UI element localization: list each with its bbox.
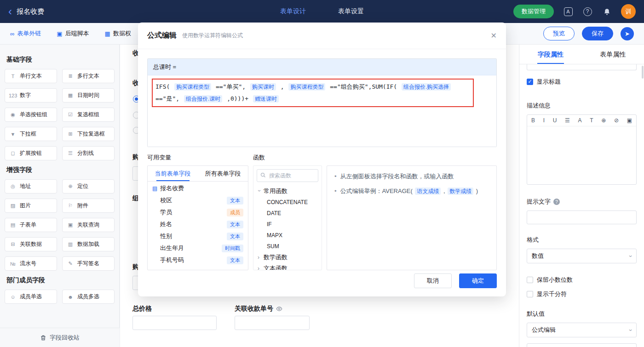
toolbar-link[interactable]: ▣ 后端脚本 [57,29,89,38]
field-type-button[interactable]: ⚐ 附件 [62,199,115,213]
field-type-button[interactable]: ⊞ 下拉复选框 [62,127,115,141]
formula-input-area[interactable]: IFS( 购买课程类型 =="单买", 购买课时 , 购买课程类型 =="组合购… [148,75,496,147]
field-type-button[interactable]: ▣ 关联查询 [62,218,115,232]
cancel-button[interactable]: 取消 [414,273,452,288]
formula-segment[interactable]: 购买课时 [250,83,276,91]
field-type-button[interactable]: ▨ 图片 [5,199,57,213]
formula-segment[interactable]: IFS( [155,83,173,90]
save-button[interactable]: 保存 [582,27,613,40]
format-select[interactable]: 数值 › [527,249,637,263]
help-example: 公式编辑举例：AVERAGE( 语文成绩 , 数学成绩 ) [334,186,489,196]
description-editor[interactable]: B I U ☰ A T ⊕ ⊘ ▣ [527,114,637,185]
function-list-item[interactable]: › DATE [257,208,318,219]
field-type-button[interactable]: ☻ 成员多选 [62,290,115,304]
formula-segment[interactable]: =="是", [155,95,183,102]
toolbar-link[interactable]: ▦ 数据权 [105,29,131,38]
field-name-input-partial[interactable] [527,64,637,70]
panel-scrollbar[interactable] [642,66,644,79]
properties-tab[interactable]: 表单属性 [582,45,644,64]
function-search-input[interactable] [257,169,318,182]
formula-segment[interactable]: =="单买", [216,83,249,90]
confirm-button[interactable]: 确定 [459,273,497,288]
unlink-icon[interactable]: ⊘ [614,117,619,124]
default-value-select[interactable]: 公式编辑 › [527,323,637,337]
field-type-icon: ◉ [9,112,17,118]
font-size-icon[interactable]: T [590,117,593,124]
variable-tab[interactable]: 当前表单字段 [148,166,198,181]
help-icon[interactable]: ? [582,6,592,17]
underline-icon[interactable]: U [553,117,557,124]
field-type-button[interactable]: ▤ 子表单 [5,218,57,232]
font-color-icon[interactable]: A [578,117,581,124]
formula-segment[interactable]: ,0)))+ [227,95,252,102]
field-type-button[interactable]: ▦ 日期时间 [62,88,115,102]
formula-segment[interactable]: 购买课程类型 [288,83,325,91]
field-list-item[interactable]: 校区 文本 [148,194,248,206]
field-type-button[interactable]: ▼ 下拉框 [5,127,57,141]
share-button[interactable]: ➤ [621,27,634,40]
formula-segment[interactable]: 赠送课时 [253,95,279,102]
function-list-item[interactable]: › SUM [257,241,318,252]
formula-segment[interactable]: =="组合购买",SUM(IF( [330,83,401,90]
hint-input[interactable] [527,210,637,224]
field-type-button[interactable]: 123 数字 [5,88,57,102]
formula-segment[interactable]: 组合报价.课时 [184,95,222,102]
field-type-button[interactable]: ☰ 分割线 [62,146,115,160]
image-icon[interactable]: ▣ [627,117,632,124]
link-icon[interactable]: ⊕ [601,117,606,124]
align-icon[interactable]: ☰ [565,117,570,124]
field-type-button[interactable]: ◻ 扩展按钮 [5,146,57,160]
form-tree-root[interactable]: ▤ 报名收费 [148,182,248,194]
edit-formula-button[interactable]: ƒx 编辑公式 [527,343,637,347]
function-list-item[interactable]: › 文本函数 [257,263,318,270]
field-type-badge: 成员 [227,209,243,216]
thousand-checkbox[interactable] [527,291,533,297]
toolbar-link[interactable]: ∞ 表单外链 [10,29,41,38]
italic-icon[interactable]: I [543,117,545,124]
header-tab[interactable]: 表单设置 [338,7,364,16]
hint-help-icon[interactable]: ? [553,199,560,205]
formula-segment[interactable]: 购买课程类型 [174,83,211,91]
formula-segment[interactable]: 组合报价.购买选择 [402,83,451,91]
field-type-label: 图片 [20,202,31,210]
function-list-item[interactable]: › 常用函数 [257,186,318,197]
show-title-label: 显示标题 [537,78,561,86]
bell-icon[interactable] [602,6,612,17]
field-list-item[interactable]: 性别 文本 [148,230,248,242]
preview-button[interactable]: 预览 [543,27,575,40]
formula-segment[interactable]: , [281,83,288,90]
field-type-button[interactable]: ☺ 成员单选 [5,290,57,304]
avatar[interactable]: 训 [621,4,636,19]
field-type-button[interactable]: № 流水号 [5,256,57,271]
translate-icon[interactable]: A [563,6,573,17]
function-list-item[interactable]: › MAPX [257,230,318,241]
function-list-item[interactable]: › IF [257,219,318,230]
bold-icon[interactable]: B [531,117,535,124]
field-type-button[interactable]: ⊕ 定位 [62,179,115,193]
total-price-input[interactable] [132,316,217,330]
field-type-button[interactable]: ✎ 手写签名 [62,256,115,271]
decimal-checkbox[interactable] [527,277,533,283]
field-list-item[interactable]: 出生年月 时间戳 [148,242,248,254]
field-type-button[interactable]: ⊟ 关联数据 [5,237,57,251]
header-tab[interactable]: 表单设计 [280,7,306,16]
close-icon[interactable]: ✕ [491,31,497,40]
field-type-button[interactable]: ▥ 数据加载 [62,237,115,251]
field-recycle-bin[interactable]: 字段回收站 [0,328,120,347]
field-list-item[interactable]: 手机号码 文本 [148,254,248,266]
show-title-checkbox[interactable] [527,79,533,85]
data-manage-button[interactable]: 数据管理 [513,5,554,18]
field-type-button[interactable]: ◉ 单选按钮组 [5,108,57,122]
field-type-button[interactable]: ☑ 复选框组 [62,108,115,122]
field-type-button[interactable]: ◎ 地址 [5,179,57,193]
field-type-button[interactable]: ≣ 多行文本 [62,69,115,83]
function-list-item[interactable]: › CONCATENATE [257,197,318,208]
field-type-button[interactable]: T 单行文本 [5,69,57,83]
field-list-item[interactable]: 学员 成员 [148,206,248,218]
function-list-item[interactable]: › 数学函数 [257,252,318,263]
variable-tab[interactable]: 所有表单字段 [198,166,248,181]
related-receipt-input[interactable] [235,316,310,330]
properties-tab[interactable]: 字段属性 [519,45,582,64]
field-list-item[interactable]: 姓名 文本 [148,218,248,230]
back-icon[interactable]: ‹ [8,6,12,17]
